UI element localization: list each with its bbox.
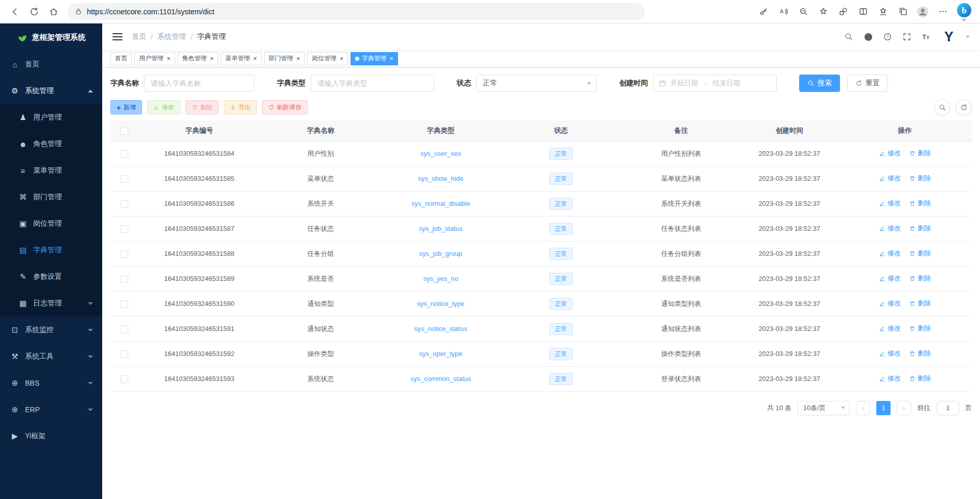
sidebar-item[interactable]: ☻角色管理 <box>0 131 102 157</box>
split-screen-icon[interactable] <box>855 4 871 20</box>
sidebar-item[interactable]: ♟用户管理 <box>0 104 102 131</box>
sidebar-item[interactable]: ▶Yi框架 <box>0 423 102 449</box>
search-button[interactable]: 搜索 <box>799 75 840 92</box>
font-size-icon[interactable]: TT <box>921 31 932 42</box>
row-checkbox[interactable] <box>121 325 128 333</box>
lock-icon[interactable] <box>75 8 82 15</box>
row-checkbox[interactable] <box>121 350 128 358</box>
status-select[interactable]: 正常 <box>476 75 597 92</box>
edit-button[interactable]: 修改 <box>147 100 180 114</box>
add-favorite-icon[interactable] <box>815 4 831 20</box>
sidebar-item[interactable]: ⚙系统管理 <box>0 78 102 104</box>
row-delete-button[interactable]: 删除 <box>909 149 931 158</box>
sidebar-item[interactable]: ▤字典管理 <box>0 237 102 264</box>
address-bar[interactable]: https://ccnetcore.com:1101/system/dict <box>67 3 645 20</box>
tab-item[interactable]: 部门管理× <box>264 52 305 65</box>
more-menu-icon[interactable] <box>935 4 951 20</box>
key-icon[interactable] <box>755 4 772 20</box>
tab-item[interactable]: 用户管理× <box>134 52 175 65</box>
close-icon[interactable]: × <box>253 55 257 62</box>
dict-type-link[interactable]: sys_job_group <box>419 250 462 257</box>
hamburger-icon[interactable] <box>112 33 123 41</box>
delete-button[interactable]: 删除 <box>185 100 219 114</box>
page-number-button[interactable]: 1 <box>876 401 891 415</box>
row-checkbox[interactable] <box>121 200 128 208</box>
row-delete-button[interactable]: 删除 <box>909 324 931 333</box>
close-icon[interactable]: × <box>339 55 343 62</box>
sidebar-item[interactable]: ▣岗位管理 <box>0 210 102 237</box>
row-checkbox[interactable] <box>121 300 128 308</box>
zoom-icon[interactable] <box>795 4 811 20</box>
profile-avatar[interactable] <box>915 4 931 20</box>
row-checkbox[interactable] <box>121 250 128 258</box>
dict-type-link[interactable]: sys_normal_disable <box>411 200 470 207</box>
search-icon[interactable] <box>843 31 854 42</box>
row-edit-button[interactable]: 修改 <box>879 224 901 233</box>
next-page-button[interactable]: › <box>897 401 911 415</box>
prev-page-button[interactable]: ‹ <box>856 401 870 415</box>
sidebar-item[interactable]: ⌘部门管理 <box>0 184 102 210</box>
reload-icon[interactable] <box>26 3 43 20</box>
dict-type-link[interactable]: sys_job_status <box>419 225 463 232</box>
dict-type-link[interactable]: sys_common_status <box>410 375 471 383</box>
sidebar-item[interactable]: ⚒系统工具 <box>0 343 102 370</box>
shapes-icon[interactable] <box>835 4 851 20</box>
sidebar-item[interactable]: ⊕BBS <box>0 370 102 396</box>
close-icon[interactable]: × <box>389 55 393 62</box>
row-delete-button[interactable]: 删除 <box>909 174 931 183</box>
date-range-picker[interactable]: 开始日期 - 结束日期 <box>653 75 777 92</box>
tab-item[interactable]: 菜单管理× <box>221 52 262 65</box>
fullscreen-icon[interactable] <box>901 31 913 42</box>
reset-button[interactable]: 重置 <box>847 75 888 92</box>
favorites-icon[interactable] <box>875 4 891 20</box>
dict-type-link[interactable]: sys_notice_status <box>414 325 467 332</box>
row-delete-button[interactable]: 删除 <box>909 349 931 358</box>
sidebar-item[interactable]: ⊕ERP <box>0 396 102 423</box>
dict-type-link[interactable]: sys_show_hide <box>418 175 463 182</box>
add-button[interactable]: + 新增 <box>110 100 142 114</box>
row-checkbox[interactable] <box>121 175 128 183</box>
row-edit-button[interactable]: 修改 <box>879 149 901 158</box>
sidebar-item[interactable]: ⊡系统监控 <box>0 317 102 343</box>
tab-active[interactable]: 字典管理× <box>351 52 398 65</box>
user-avatar[interactable]: Y <box>940 28 958 45</box>
help-icon[interactable]: ? <box>882 31 893 42</box>
row-edit-button[interactable]: 修改 <box>879 349 901 358</box>
tab-item[interactable]: 角色管理× <box>178 52 219 65</box>
sidebar-item[interactable]: ≡菜单管理 <box>0 157 102 184</box>
row-checkbox[interactable] <box>121 150 128 158</box>
close-icon[interactable]: × <box>167 55 171 62</box>
row-edit-button[interactable]: 修改 <box>879 299 901 308</box>
row-delete-button[interactable]: 删除 <box>909 299 931 308</box>
read-aloud-icon[interactable]: A <box>775 4 791 20</box>
page-size-select[interactable]: 10条/页 <box>798 401 850 415</box>
close-icon[interactable]: × <box>296 55 300 62</box>
back-icon[interactable] <box>6 3 24 20</box>
collections-icon[interactable] <box>895 4 911 20</box>
select-all-checkbox[interactable] <box>121 127 128 135</box>
chevron-down-icon[interactable] <box>966 36 970 38</box>
refresh-cache-button[interactable]: 刷新缓存 <box>262 100 308 114</box>
tab-item[interactable]: 首页 <box>110 52 132 65</box>
dict-type-link[interactable]: sys_notice_type <box>417 300 464 307</box>
row-delete-button[interactable]: 删除 <box>909 224 931 233</box>
goto-page-input[interactable] <box>937 401 959 415</box>
tab-item[interactable]: 岗位管理× <box>307 52 348 65</box>
breadcrumb-item-home[interactable]: 首页 <box>132 32 146 41</box>
breadcrumb-item-system[interactable]: 系统管理 <box>157 32 186 41</box>
dict-type-link[interactable]: sys_yes_no <box>423 275 458 282</box>
close-icon[interactable]: × <box>210 55 214 62</box>
row-checkbox[interactable] <box>121 225 128 233</box>
sidebar-item[interactable]: ⌂首页 <box>0 51 102 78</box>
bing-icon[interactable]: b <box>954 3 974 21</box>
dict-type-link[interactable]: sys_user_sex <box>421 150 461 157</box>
dict-name-input[interactable] <box>144 75 254 92</box>
row-edit-button[interactable]: 修改 <box>879 199 901 208</box>
row-delete-button[interactable]: 删除 <box>909 274 931 283</box>
row-edit-button[interactable]: 修改 <box>879 249 901 258</box>
row-checkbox[interactable] <box>121 275 128 283</box>
row-edit-button[interactable]: 修改 <box>879 374 901 383</box>
row-delete-button[interactable]: 删除 <box>909 249 931 258</box>
sidebar-item[interactable]: ✎参数设置 <box>0 264 102 290</box>
dict-type-link[interactable]: sys_oper_type <box>419 350 462 358</box>
